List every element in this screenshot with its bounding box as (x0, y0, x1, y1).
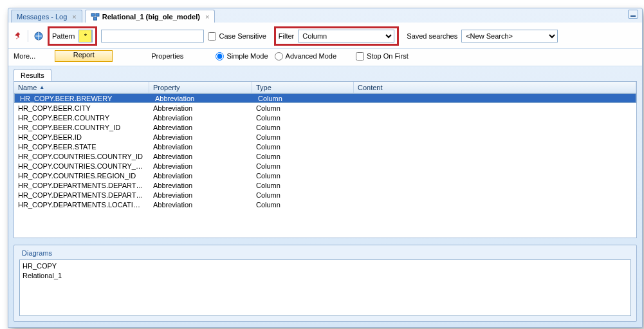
panel-tabstrip: Messages - Log × Relational_1 (big_ole_m… (8, 8, 642, 23)
table-row[interactable]: HR_COPY.DEPARTMENTS.DEPARTMENT...Abbrevi… (14, 190, 636, 200)
simple-mode-radio[interactable]: Simple Mode (216, 52, 268, 61)
cell-property: Abbreviation (149, 104, 252, 112)
pattern-wildcard: * (79, 30, 92, 42)
table-row[interactable]: HR_COPY.COUNTRIES.COUNTRY_IDAbbreviation… (14, 151, 636, 161)
properties-link[interactable]: Properties (151, 52, 183, 60)
cell-property: Abbreviation (149, 172, 252, 180)
toolbar-row2: More... Report Properties Simple Mode Ad… (8, 49, 642, 66)
cell-type: Column (252, 201, 354, 209)
svg-rect-2 (93, 17, 97, 19)
search-input[interactable] (101, 30, 204, 42)
tab-label: Messages - Log (17, 13, 67, 21)
results-tabstrip: Results (8, 66, 642, 81)
diagrams-legend: Diagrams (19, 249, 55, 257)
tab-label: Relational_1 (big_ole_model) (102, 13, 200, 21)
stop-on-first-checkbox[interactable]: Stop On First (356, 52, 409, 61)
cell-property: Abbreviation (149, 201, 252, 209)
advanced-mode-label: Advanced Mode (286, 52, 337, 60)
cell-name: HR_COPY.DEPARTMENTS.LOCATION_ID (14, 201, 149, 209)
cell-name: HR_COPY.BEER.COUNTRY (14, 114, 149, 122)
table-row[interactable]: HR_COPY.COUNTRIES.REGION_IDAbbreviationC… (14, 171, 636, 180)
col-name-header[interactable]: Name▲ (14, 82, 149, 93)
col-type-header[interactable]: Type (252, 82, 354, 93)
filter-label: Filter (279, 32, 294, 40)
stop-on-first-box[interactable] (356, 52, 364, 61)
tab-results[interactable]: Results (14, 69, 51, 81)
cell-type: Column (254, 95, 356, 102)
panel-window: Messages - Log × Relational_1 (big_ole_m… (8, 8, 643, 328)
cell-property: Abbreviation (151, 95, 254, 102)
cell-name: HR_COPY.BEER.BREWERY (16, 95, 151, 102)
cell-name: HR_COPY.COUNTRIES.COUNTRY_NAME (14, 162, 149, 170)
cell-type: Column (252, 191, 354, 199)
cell-type: Column (252, 104, 354, 112)
svg-rect-0 (91, 13, 95, 15)
cell-property: Abbreviation (149, 191, 252, 199)
cell-type: Column (252, 133, 354, 141)
pattern-field[interactable]: * (78, 30, 93, 42)
advanced-mode-radio[interactable]: Advanced Mode (275, 52, 337, 61)
svg-point-3 (35, 32, 42, 40)
table-row[interactable]: HR_COPY.BEER.BREWERYAbbreviationColumn (14, 93, 636, 103)
relational-icon (91, 13, 100, 21)
cell-property: Abbreviation (149, 143, 252, 151)
saved-searches-label: Saved searches (407, 32, 457, 40)
diagrams-fieldset: Diagrams HR_COPYRelational_1 (14, 245, 637, 322)
col-property-header[interactable]: Property (149, 82, 252, 93)
cell-type: Column (252, 114, 354, 122)
table-row[interactable]: HR_COPY.DEPARTMENTS.DEPARTMENT...Abbrevi… (14, 180, 636, 190)
tab-relational-1[interactable]: Relational_1 (big_ole_model) × (85, 10, 216, 23)
cell-name: HR_COPY.BEER.COUNTRY_ID (14, 124, 149, 131)
cell-name: HR_COPY.DEPARTMENTS.DEPARTMENT... (14, 191, 149, 199)
diagrams-list[interactable]: HR_COPYRelational_1 (19, 259, 631, 316)
svg-rect-1 (96, 13, 99, 15)
cell-name: HR_COPY.BEER.ID (14, 133, 149, 141)
case-sensitive-checkbox[interactable]: Case Sensitive (208, 32, 266, 41)
cell-type: Column (252, 172, 354, 180)
table-row[interactable]: HR_COPY.BEER.IDAbbreviationColumn (14, 132, 636, 142)
results-panel: Name▲ Property Type Content HR_COPY.BEER… (14, 81, 637, 238)
cell-type: Column (252, 143, 354, 151)
simple-mode-input[interactable] (216, 52, 224, 61)
list-item[interactable]: Relational_1 (23, 271, 628, 281)
filter-select[interactable]: Column (298, 30, 394, 42)
col-content-header[interactable]: Content (354, 82, 636, 93)
table-row[interactable]: HR_COPY.BEER.STATEAbbreviationColumn (14, 142, 636, 151)
cell-property: Abbreviation (149, 114, 252, 122)
cell-property: Abbreviation (149, 182, 252, 189)
cell-name: HR_COPY.BEER.CITY (14, 104, 149, 112)
minimize-button[interactable] (628, 10, 638, 19)
pattern-label: Pattern (52, 32, 75, 40)
pin-icon[interactable] (14, 32, 23, 41)
list-item[interactable]: HR_COPY (23, 261, 628, 271)
results-body[interactable]: HR_COPY.BEER.BREWERYAbbreviationColumnHR… (14, 93, 636, 238)
cell-name: HR_COPY.DEPARTMENTS.DEPARTMENT... (14, 182, 149, 189)
simple-mode-label: Simple Mode (226, 52, 268, 60)
results-header: Name▲ Property Type Content (14, 82, 636, 93)
cell-type: Column (252, 153, 354, 160)
cell-type: Column (252, 162, 354, 170)
table-row[interactable]: HR_COPY.DEPARTMENTS.LOCATION_IDAbbreviat… (14, 200, 636, 209)
close-icon[interactable]: × (72, 13, 76, 21)
cell-name: HR_COPY.BEER.STATE (14, 143, 149, 151)
saved-searches-select[interactable]: <New Search> (461, 30, 558, 42)
cell-property: Abbreviation (149, 124, 252, 131)
cell-property: Abbreviation (149, 133, 252, 141)
cell-property: Abbreviation (149, 162, 252, 170)
refresh-icon[interactable] (33, 31, 44, 41)
table-row[interactable]: HR_COPY.BEER.COUNTRY_IDAbbreviationColum… (14, 122, 636, 132)
separator (28, 30, 28, 42)
more-link[interactable]: More... (14, 52, 35, 60)
close-icon[interactable]: × (205, 13, 209, 21)
advanced-mode-input[interactable] (275, 52, 283, 61)
case-sensitive-box[interactable] (208, 32, 216, 41)
cell-type: Column (252, 124, 354, 131)
search-toolbar: Pattern * Case Sensitive Filter Column S… (8, 23, 642, 49)
cell-type: Column (252, 182, 354, 189)
tab-messages-log[interactable]: Messages - Log × (11, 10, 82, 23)
report-button[interactable]: Report (55, 50, 113, 62)
table-row[interactable]: HR_COPY.BEER.CITYAbbreviationColumn (14, 103, 636, 113)
table-row[interactable]: HR_COPY.BEER.COUNTRYAbbreviationColumn (14, 113, 636, 122)
case-sensitive-label: Case Sensitive (219, 32, 266, 40)
table-row[interactable]: HR_COPY.COUNTRIES.COUNTRY_NAMEAbbreviati… (14, 161, 636, 171)
